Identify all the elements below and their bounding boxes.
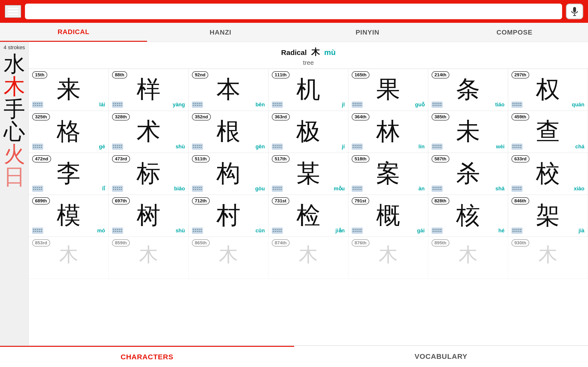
keyboard-icon[interactable] bbox=[272, 143, 283, 150]
tab-radical[interactable]: RADICAL bbox=[0, 23, 147, 42]
keyboard-icon[interactable] bbox=[192, 101, 203, 108]
char-cell[interactable]: 846th 架 jià bbox=[508, 195, 588, 237]
tab-compose[interactable]: COMPOSE bbox=[441, 23, 588, 42]
keyboard-icon[interactable] bbox=[32, 227, 43, 234]
keyboard-dots bbox=[33, 103, 42, 106]
char-cell[interactable]: 363rd 极 jí bbox=[269, 111, 348, 153]
keyboard-icon[interactable] bbox=[112, 143, 123, 150]
mic-button[interactable] bbox=[566, 4, 583, 19]
keyboard-dots bbox=[193, 103, 202, 106]
char-pinyin: àn bbox=[364, 185, 425, 192]
char-cell[interactable]: 364th 林 lín bbox=[348, 111, 428, 153]
keyboard-icon[interactable] bbox=[512, 227, 523, 234]
character: 根 bbox=[192, 119, 265, 144]
bottom-tab-vocabulary[interactable]: VOCABULARY bbox=[294, 346, 588, 367]
keyboard-icon[interactable] bbox=[32, 101, 43, 108]
char-cell[interactable]: 712th 村 cūn bbox=[188, 195, 269, 237]
keyboard-icon[interactable] bbox=[272, 101, 283, 108]
char-cell[interactable]: 895th 木 bbox=[428, 237, 508, 279]
rank-badge: 297th bbox=[512, 71, 529, 78]
search-input[interactable] bbox=[25, 4, 562, 19]
sidebar-radical-mu[interactable]: 木 bbox=[4, 75, 25, 98]
keyboard-icon[interactable] bbox=[352, 227, 363, 234]
char-footer: àn bbox=[352, 185, 425, 192]
keyboard-icon[interactable] bbox=[352, 101, 363, 108]
character: 查 bbox=[512, 119, 584, 144]
char-cell[interactable]: 352nd 根 gēn bbox=[188, 111, 269, 153]
char-cell[interactable]: 385th 未 wèi bbox=[428, 111, 508, 153]
char-cell[interactable]: 791st 概 gài bbox=[348, 195, 428, 237]
char-footer: jī bbox=[272, 101, 345, 108]
char-cell[interactable]: 731st 检 jiǎn bbox=[269, 195, 348, 237]
char-cell[interactable]: 518th 案 àn bbox=[348, 153, 428, 195]
char-cell[interactable]: 876th 木 bbox=[348, 237, 428, 279]
character: 架 bbox=[512, 203, 584, 228]
sidebar-radical-shou[interactable]: 手 bbox=[4, 98, 25, 120]
keyboard-icon[interactable] bbox=[272, 185, 283, 192]
sidebar-radical-xin[interactable]: 心 bbox=[4, 120, 25, 143]
char-cell[interactable]: 511th 构 gòu bbox=[188, 153, 269, 195]
keyboard-icon[interactable] bbox=[432, 101, 443, 108]
keyboard-icon[interactable] bbox=[512, 143, 523, 150]
char-cell[interactable]: 874th 木 bbox=[269, 237, 348, 279]
char-cell[interactable]: 633rd 校 xiào bbox=[508, 153, 588, 195]
char-cell[interactable]: 930th 木 bbox=[508, 237, 588, 279]
sidebar-radical-shui[interactable]: 水 bbox=[4, 53, 25, 75]
char-cell[interactable]: 111th 机 jī bbox=[269, 69, 348, 111]
sidebar-radical-huo[interactable]: 火 bbox=[4, 143, 25, 165]
keyboard-icon[interactable] bbox=[432, 227, 443, 234]
char-cell[interactable]: 865th 木 bbox=[188, 237, 269, 279]
keyboard-icon[interactable] bbox=[272, 227, 283, 234]
char-cell[interactable]: 697th 树 shù bbox=[109, 195, 188, 237]
keyboard-icon[interactable] bbox=[432, 143, 443, 150]
char-cell[interactable]: 853rd 木 bbox=[29, 237, 109, 279]
keyboard-dots bbox=[193, 187, 202, 190]
keyboard-icon[interactable] bbox=[512, 185, 523, 192]
keyboard-icon[interactable] bbox=[112, 185, 123, 192]
keyboard-icon[interactable] bbox=[432, 185, 443, 192]
keyboard-icon[interactable] bbox=[352, 143, 363, 150]
rank-badge: 459th bbox=[512, 113, 529, 120]
char-cell[interactable]: 214th 条 tiáo bbox=[428, 69, 508, 111]
char-footer: lín bbox=[352, 143, 425, 150]
keyboard-icon[interactable] bbox=[512, 101, 523, 108]
char-cell[interactable]: 689th 模 mó bbox=[29, 195, 109, 237]
char-cell[interactable]: 328th 术 shù bbox=[109, 111, 188, 153]
char-cell[interactable]: 859th 木 bbox=[109, 237, 188, 279]
char-footer: mó bbox=[32, 227, 105, 234]
char-cell[interactable]: 517th 某 mǒu bbox=[269, 153, 348, 195]
char-cell[interactable]: 587th 杀 shā bbox=[428, 153, 508, 195]
radical-pinyin: mù bbox=[324, 48, 336, 57]
keyboard-dots bbox=[193, 229, 202, 232]
keyboard-icon[interactable] bbox=[352, 185, 363, 192]
character: 构 bbox=[192, 161, 265, 186]
keyboard-icon[interactable] bbox=[112, 227, 123, 234]
keyboard-icon[interactable] bbox=[32, 143, 43, 150]
bottom-tab-characters[interactable]: CHARACTERS bbox=[0, 346, 294, 367]
char-cell[interactable]: 15th 来 lái bbox=[29, 69, 109, 111]
tab-hanzi[interactable]: HANZI bbox=[147, 23, 294, 42]
tab-pinyin[interactable]: PINYIN bbox=[294, 23, 441, 42]
rank-badge: 352nd bbox=[192, 113, 211, 120]
char-cell[interactable]: 472nd 李 lǐ bbox=[29, 153, 109, 195]
char-footer: biāo bbox=[112, 185, 185, 192]
char-cell[interactable]: 325th 格 gé bbox=[29, 111, 109, 153]
keyboard-icon[interactable] bbox=[192, 185, 203, 192]
char-cell[interactable]: 297th 权 quán bbox=[508, 69, 588, 111]
keyboard-dots bbox=[433, 187, 442, 190]
char-cell[interactable]: 165th 果 guǒ bbox=[348, 69, 428, 111]
keyboard-icon[interactable] bbox=[112, 101, 123, 108]
sidebar-radical-ri[interactable]: 日 bbox=[4, 165, 25, 188]
hamburger-line bbox=[8, 14, 18, 15]
char-cell[interactable]: 459th 查 chá bbox=[508, 111, 588, 153]
keyboard-icon[interactable] bbox=[32, 185, 43, 192]
character: 标 bbox=[112, 161, 185, 186]
keyboard-icon[interactable] bbox=[192, 143, 203, 150]
menu-button[interactable] bbox=[5, 5, 21, 18]
rank-badge: 518th bbox=[352, 155, 369, 162]
char-cell[interactable]: 473rd 标 biāo bbox=[109, 153, 188, 195]
char-cell[interactable]: 88th 样 yàng bbox=[109, 69, 188, 111]
keyboard-icon[interactable] bbox=[192, 227, 203, 234]
char-cell[interactable]: 828th 核 hé bbox=[428, 195, 508, 237]
char-cell[interactable]: 92nd 本 běn bbox=[188, 69, 269, 111]
